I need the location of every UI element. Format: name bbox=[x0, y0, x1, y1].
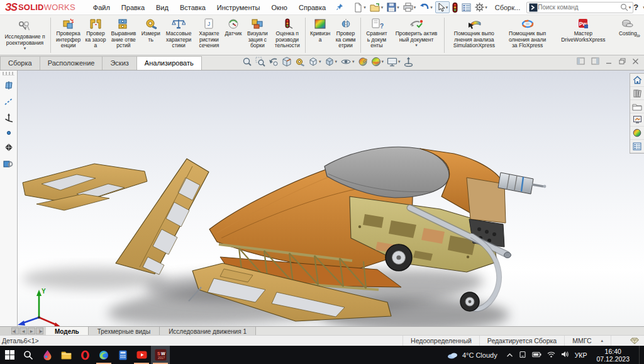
doc-close-icon[interactable] bbox=[632, 58, 639, 66]
mate-diamond-icon[interactable] bbox=[4, 143, 13, 153]
symmetry-check-button[interactable]: Провер ка симм етрии bbox=[333, 16, 358, 55]
view-palette-icon[interactable] bbox=[630, 113, 644, 127]
axis-triad-icon[interactable] bbox=[4, 113, 14, 124]
search-input[interactable] bbox=[538, 4, 619, 11]
edge-icon[interactable] bbox=[94, 346, 113, 364]
assembly-component-icon[interactable] bbox=[3, 159, 14, 169]
airplane-model[interactable] bbox=[23, 147, 546, 321]
display-style-icon[interactable]: ▾ bbox=[325, 57, 338, 67]
tray-wifi-icon[interactable] bbox=[547, 351, 555, 359]
zoom-area-icon[interactable] bbox=[255, 57, 265, 67]
show-desktop-button[interactable] bbox=[639, 346, 640, 364]
apply-scene-icon[interactable]: ▾ bbox=[371, 57, 384, 67]
print-icon[interactable]: ▾ bbox=[402, 2, 418, 13]
doc-restore-icon[interactable] bbox=[619, 58, 626, 66]
plane-icon[interactable] bbox=[4, 81, 14, 91]
3d-drag-icon[interactable] bbox=[404, 57, 413, 67]
pane-right-icon[interactable] bbox=[591, 57, 599, 66]
taskbar-search-icon[interactable] bbox=[19, 346, 38, 364]
design-library-icon[interactable] bbox=[630, 87, 644, 100]
floxpress-button[interactable]: Помощник вып олнения анали за FloXpress bbox=[501, 16, 553, 55]
menu-tools[interactable]: Инструменты bbox=[217, 4, 260, 11]
tag-gem-icon[interactable] bbox=[611, 336, 644, 346]
mass-properties-button[interactable]: Массовые характери стики bbox=[162, 16, 196, 55]
check-active-document-button[interactable]: Проверить актив ный документ ▾ bbox=[391, 16, 443, 55]
select-cursor-icon[interactable]: ▾ bbox=[435, 1, 450, 13]
units-selector[interactable]: ММГС▴ bbox=[564, 336, 611, 346]
previous-view-icon[interactable] bbox=[269, 57, 279, 67]
section-view-icon[interactable] bbox=[282, 57, 292, 67]
options-gear-icon[interactable]: ▾ bbox=[474, 2, 489, 13]
sketch-line-icon[interactable] bbox=[4, 97, 14, 107]
measure-button[interactable]: Измери ть bbox=[140, 16, 162, 55]
properties-list-icon[interactable] bbox=[460, 3, 472, 13]
clock[interactable]: 16:40 07.12.2023 bbox=[592, 348, 633, 363]
appearances-sphere-icon[interactable] bbox=[630, 127, 644, 140]
command-search[interactable]: ▾ bbox=[526, 2, 633, 13]
youtube-icon[interactable] bbox=[132, 346, 151, 364]
assembly-visualization-button[interactable]: Визуали зация с борки bbox=[244, 16, 271, 55]
hide-show-items-icon[interactable]: ▾ bbox=[340, 57, 355, 66]
origin-point-icon[interactable] bbox=[6, 130, 12, 137]
interference-check-button[interactable]: Проверка интерфер енции bbox=[53, 16, 84, 55]
menu-window[interactable]: Окно bbox=[271, 4, 287, 11]
tray-device-icon[interactable] bbox=[519, 351, 526, 360]
compare-documents-button[interactable]: ? Сравнит ь докум енты bbox=[363, 16, 390, 55]
file-explorer-taskbar-icon[interactable] bbox=[57, 346, 75, 364]
menu-edit[interactable]: Правка bbox=[121, 4, 145, 11]
tray-battery-icon[interactable] bbox=[532, 351, 541, 359]
tab-scroll-last[interactable]: ▕▶ bbox=[36, 327, 43, 334]
search-magnifier-icon[interactable] bbox=[620, 3, 628, 11]
tab-sketch[interactable]: Эскиз bbox=[102, 56, 136, 70]
splitter-handle[interactable] bbox=[3, 72, 14, 76]
solidworks-taskbar-icon[interactable]: SW2017 bbox=[151, 346, 170, 364]
measure-hud-icon[interactable] bbox=[295, 57, 305, 67]
feature-manager-strip[interactable] bbox=[0, 71, 18, 326]
section-properties-button[interactable]: J Характе ристики сечения bbox=[196, 16, 223, 55]
pane-left-icon[interactable] bbox=[577, 57, 585, 66]
start-icon[interactable] bbox=[0, 346, 19, 364]
calculator-icon[interactable] bbox=[113, 346, 132, 364]
ribbon-overflow-chevron[interactable]: » bbox=[636, 31, 640, 39]
tab-evaluate[interactable]: Анализировать bbox=[136, 56, 202, 70]
tab-scroll-prev[interactable]: ◀ bbox=[19, 327, 27, 334]
menu-help[interactable]: Справка bbox=[299, 4, 326, 11]
opera-icon[interactable] bbox=[75, 346, 94, 364]
design-study-button[interactable]: Исследование п роектирования ▾ bbox=[1, 16, 48, 55]
sensor-button[interactable]: Датчик bbox=[223, 16, 244, 55]
tab-scroll-first[interactable]: ◀▏ bbox=[11, 327, 19, 334]
file-explorer-icon[interactable] bbox=[630, 100, 644, 113]
tab-model[interactable]: Модель bbox=[46, 327, 89, 335]
search-scope-caret[interactable]: ▾ bbox=[629, 5, 631, 10]
undo-icon[interactable]: ▾ bbox=[418, 3, 434, 13]
tab-scroll-next[interactable]: ▶ bbox=[28, 327, 35, 334]
hole-alignment-button[interactable]: Выравнив ание отве рстий bbox=[108, 16, 140, 55]
zoom-fit-icon[interactable] bbox=[242, 57, 252, 67]
pin-menu-icon[interactable] bbox=[336, 3, 343, 12]
tab-layout[interactable]: Расположение bbox=[40, 56, 103, 70]
menu-insert[interactable]: Вставка bbox=[180, 4, 206, 11]
help-button[interactable]: ? bbox=[633, 3, 638, 12]
clearance-check-button[interactable]: Провер ка зазор а bbox=[84, 16, 107, 55]
driveworksxpress-button[interactable]: Pw Мастер DriveWorksXpress bbox=[553, 16, 613, 55]
tray-expand-icon[interactable] bbox=[506, 351, 513, 359]
paint3d-icon[interactable] bbox=[38, 346, 57, 364]
tab-motion-study[interactable]: Исследование движения 1 bbox=[160, 327, 256, 335]
menu-view[interactable]: Вид bbox=[156, 4, 169, 11]
tray-volume-icon[interactable] bbox=[561, 351, 569, 359]
language-indicator[interactable]: УКР bbox=[575, 351, 587, 359]
home-icon[interactable] bbox=[630, 74, 644, 87]
doc-minimize-icon[interactable] bbox=[606, 58, 613, 66]
new-document-icon[interactable]: ▾ bbox=[352, 2, 367, 13]
simulationxpress-button[interactable]: Помощник выпо лнения анализа SimulationX… bbox=[447, 16, 501, 55]
custom-properties-icon[interactable] bbox=[630, 140, 644, 153]
tab-assembly[interactable]: Сборка bbox=[0, 56, 40, 70]
view-settings-icon[interactable]: ▾ bbox=[387, 57, 401, 67]
graphics-area[interactable]: Y Z X bbox=[0, 71, 644, 326]
menu-file[interactable]: Файл bbox=[93, 4, 110, 11]
tab-3d-views[interactable]: Трехмерные виды bbox=[89, 327, 160, 335]
view-orientation-icon[interactable]: ▾ bbox=[308, 57, 321, 67]
weather-widget[interactable]: 4°C Cloudy bbox=[447, 346, 506, 364]
save-icon[interactable]: ▾ bbox=[386, 2, 401, 13]
edit-appearance-icon[interactable] bbox=[358, 57, 368, 67]
